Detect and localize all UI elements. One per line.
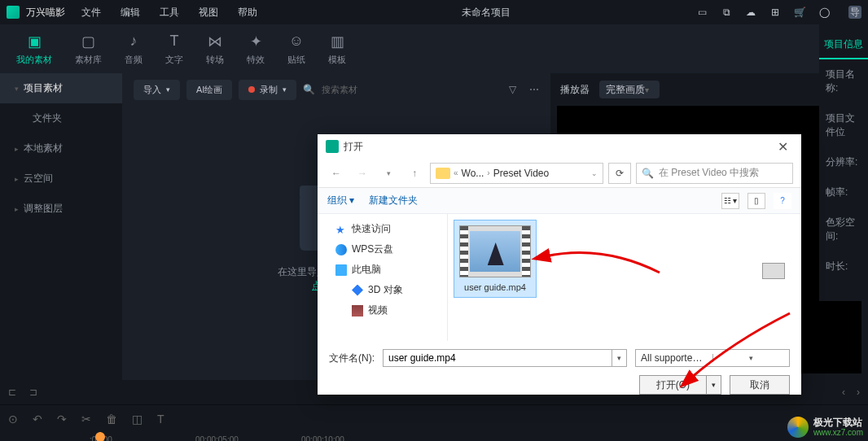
- redo-icon[interactable]: ↷: [57, 413, 67, 426]
- tool-my-media[interactable]: ▣我的素材: [16, 33, 52, 66]
- save-icon[interactable]: ▭: [695, 6, 708, 19]
- media-icon: ▣: [25, 33, 43, 50]
- export-button[interactable]: 导: [848, 6, 861, 19]
- tool-effects[interactable]: ✦特效: [247, 33, 265, 66]
- audio-icon: ♪: [125, 33, 142, 50]
- sidebar-item-project-media[interactable]: ▾项目素材: [0, 73, 122, 103]
- chevron-left-icon: «: [454, 168, 458, 177]
- delete-icon[interactable]: 🗑: [106, 413, 117, 426]
- file-open-dialog: 打开 ✕ ← → ▾ ↑ « Wo... › Preset Video ⌄ ⟳ …: [318, 134, 801, 395]
- view-mode-icon[interactable]: ☷ ▾: [721, 193, 739, 209]
- tool-stickers[interactable]: ☺贴纸: [287, 33, 305, 66]
- menu-tools[interactable]: 工具: [160, 6, 179, 20]
- record-button[interactable]: 录制▾: [239, 80, 296, 100]
- track-lock-icon[interactable]: ⊏: [0, 432, 57, 441]
- timeline-ruler[interactable]: :00:00 00:00:05:00 00:00:10:00: [57, 432, 868, 441]
- sidebar-item-folder[interactable]: 文件夹: [0, 103, 122, 133]
- breadcrumb-part1[interactable]: Wo...: [462, 168, 484, 179]
- titlebar-right-icons: ▭ ⧉ ☁ ⊞ 🛒 ◯ 导: [695, 6, 861, 19]
- prev-item-icon[interactable]: ⊏: [8, 386, 16, 398]
- file-item-user-guide[interactable]: user guide.mp4: [454, 220, 536, 297]
- filename-combobox[interactable]: ▾: [383, 349, 627, 367]
- menu-help[interactable]: 帮助: [238, 6, 257, 20]
- crop-icon[interactable]: ◫: [132, 413, 142, 426]
- grid-apps-icon[interactable]: ⊞: [769, 6, 782, 19]
- chevron-down-icon[interactable]: ▾: [712, 354, 790, 362]
- page-next-icon[interactable]: ›: [857, 386, 860, 398]
- dialog-search-box[interactable]: 🔍 在 Preset Video 中搜索: [636, 163, 793, 184]
- tool-audio[interactable]: ♪音频: [125, 33, 142, 66]
- new-folder-button[interactable]: 新建文件夹: [369, 194, 418, 207]
- ai-draw-button[interactable]: AI绘画: [186, 80, 232, 100]
- nav-history-icon[interactable]: ▾: [378, 163, 399, 184]
- dialog-button-row: 打开(O) ▾ 取消: [318, 375, 801, 404]
- file-type-filter[interactable]: All supported files(*.MP4;*.FI ▾: [635, 349, 790, 367]
- timeline-track-controls: ⊏ 🔗: [0, 432, 57, 441]
- tool-stock[interactable]: ▢素材库: [75, 33, 102, 66]
- tool-transition[interactable]: ⋈转场: [206, 33, 224, 66]
- filename-label: 文件名(N):: [329, 351, 375, 365]
- preview-pane-icon[interactable]: ▯: [747, 193, 765, 209]
- nav-back-icon[interactable]: ←: [326, 163, 347, 184]
- sidebar-item-adjust-layer[interactable]: ▸调整图层: [0, 194, 122, 224]
- tool-text[interactable]: T文字: [165, 33, 183, 66]
- sidebar-item-local-media[interactable]: ▸本地素材: [0, 133, 122, 164]
- breadcrumb-bar[interactable]: « Wo... › Preset Video ⌄: [430, 163, 603, 184]
- refresh-icon[interactable]: ⟳: [608, 163, 631, 184]
- filename-input[interactable]: [384, 350, 612, 366]
- nav-up-icon[interactable]: ↑: [404, 163, 425, 184]
- info-tab-project[interactable]: 项目信息: [819, 31, 868, 59]
- sidebar-item-cloud[interactable]: ▸云空间: [0, 164, 122, 194]
- page-prev-icon[interactable]: ‹: [842, 386, 845, 398]
- tree-videos[interactable]: 视频: [318, 300, 447, 321]
- preview-title: 播放器: [560, 83, 590, 97]
- import-button[interactable]: 导入▾: [134, 80, 180, 100]
- next-item-icon[interactable]: ⊐: [29, 386, 37, 398]
- search-placeholder[interactable]: 搜索素材: [322, 84, 496, 96]
- dialog-nav-bar: ← → ▾ ↑ « Wo... › Preset Video ⌄ ⟳ 🔍 在 P…: [318, 159, 801, 188]
- tree-wps-cloud[interactable]: WPS云盘: [318, 239, 447, 260]
- menu-edit[interactable]: 编辑: [121, 6, 140, 20]
- more-icon[interactable]: ⋯: [529, 84, 539, 95]
- dialog-title: 打开: [344, 140, 363, 154]
- menu-view[interactable]: 视图: [199, 6, 218, 20]
- tree-this-pc[interactable]: 此电脑: [318, 260, 447, 280]
- open-dropdown-icon[interactable]: ▾: [706, 376, 721, 394]
- undo-icon[interactable]: ↶: [33, 413, 42, 426]
- chevron-down-icon[interactable]: ⌄: [591, 169, 598, 177]
- cancel-button[interactable]: 取消: [730, 375, 790, 395]
- info-row-fps: 帧率:: [819, 177, 868, 207]
- layout-icon[interactable]: ⧉: [720, 6, 733, 19]
- nav-forward-icon[interactable]: →: [352, 163, 373, 184]
- menu-file[interactable]: 文件: [81, 6, 101, 20]
- account-icon[interactable]: ◯: [818, 6, 831, 19]
- tool-select-icon[interactable]: ⊙: [8, 413, 18, 426]
- top-toolbar: ▣我的素材 ▢素材库 ♪音频 T文字 ⋈转场 ✦特效 ☺贴纸 ▥模板: [0, 24, 868, 73]
- playhead[interactable]: [99, 432, 101, 441]
- text-tool-icon[interactable]: T: [157, 413, 164, 426]
- tool-templates[interactable]: ▥模板: [328, 33, 346, 66]
- chevron-right-icon: ▸: [15, 145, 19, 153]
- close-button[interactable]: ✕: [773, 139, 793, 155]
- cloud-icon[interactable]: ☁: [744, 6, 757, 19]
- time-mark: 00:00:05:00: [195, 435, 239, 441]
- quality-select[interactable]: 完整画质: [599, 81, 660, 98]
- dialog-file-list[interactable]: user guide.mp4: [448, 214, 801, 341]
- source-watermark: 极光下载站 www.xz7.com: [787, 417, 863, 438]
- filter-icon[interactable]: ▽: [509, 84, 516, 95]
- help-icon[interactable]: ?: [774, 193, 791, 209]
- open-button[interactable]: 打开(O): [640, 376, 706, 394]
- cart-icon[interactable]: 🛒: [793, 6, 806, 19]
- search-icon[interactable]: 🔍: [303, 84, 315, 95]
- chevron-down-icon[interactable]: ▾: [612, 350, 626, 366]
- folder-icon: [436, 168, 450, 179]
- breadcrumb-part2[interactable]: Preset Video: [493, 168, 550, 179]
- tree-3d-objects[interactable]: 3D 对象: [318, 280, 447, 300]
- info-row-resolution: 分辨率:: [819, 147, 868, 177]
- organize-button[interactable]: 组织 ▾: [327, 194, 354, 207]
- pc-icon: [335, 264, 347, 276]
- app-logo-icon: [7, 6, 20, 19]
- search-icon: 🔍: [642, 168, 654, 179]
- tree-quick-access[interactable]: ★快速访问: [318, 219, 447, 239]
- cut-icon[interactable]: ✂: [81, 413, 91, 426]
